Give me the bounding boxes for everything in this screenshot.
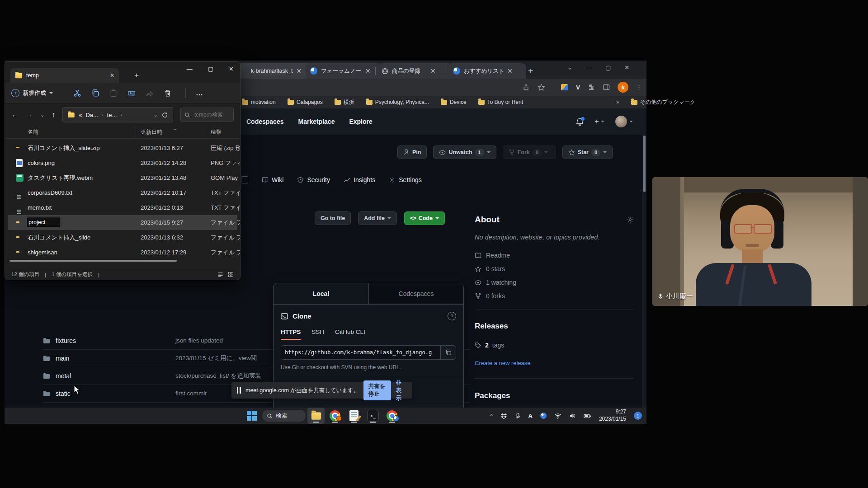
tab-security[interactable]: Security [297, 176, 330, 183]
file-row[interactable]: タスクリスト再現.webm2023/01/12 13:48GOM Play [8, 170, 237, 185]
close-icon[interactable]: ✕ [229, 66, 234, 72]
tab-close-icon[interactable]: ✕ [110, 72, 114, 79]
help-icon[interactable]: ? [448, 312, 456, 320]
breadcrumb-segment[interactable]: Da... [85, 112, 98, 118]
column-type[interactable]: 種類 [211, 128, 222, 136]
file-row[interactable]: corporasD609.txt2023/01/12 10:17TXT ファイル [8, 185, 237, 200]
bookmark-folder[interactable]: motivation [242, 99, 276, 105]
page-scrollbar[interactable] [642, 108, 646, 408]
clone-url-input[interactable] [281, 345, 441, 360]
share-icon[interactable] [522, 84, 530, 91]
bookmark-star-icon[interactable] [538, 84, 545, 91]
code-button[interactable]: <> Code [404, 211, 445, 225]
profile-avatar[interactable]: k [618, 82, 628, 93]
tab-search-icon[interactable]: ⌄ [567, 64, 572, 71]
up-icon[interactable]: ↑ [52, 111, 55, 119]
new-tab-button[interactable]: + [134, 71, 139, 80]
tray-chevron-icon[interactable]: ^ [490, 413, 492, 418]
taskbar-notepad[interactable] [345, 408, 363, 424]
column-name[interactable]: 名前 [28, 128, 38, 136]
bookmark-folder[interactable]: 横浜 [335, 99, 354, 106]
tab-wiki[interactable]: Wiki [262, 176, 283, 183]
breadcrumb-prefix[interactable]: « [79, 112, 82, 118]
tab-close-icon[interactable]: ✕ [296, 68, 302, 74]
bookmark-folder[interactable]: To Buy or Rent [478, 99, 523, 105]
clock[interactable]: 9:27 2023/01/15 [599, 408, 626, 422]
taskbar-search[interactable]: 検索 [262, 410, 306, 422]
browser-tab[interactable]: おすすめリスト パソ ✕ [448, 63, 526, 79]
wifi-icon[interactable] [554, 413, 561, 419]
bookmark-folder[interactable]: Galapagos [288, 99, 323, 105]
about-gear-icon[interactable] [627, 216, 634, 223]
nav-marketplace[interactable]: Marketplace [298, 118, 335, 125]
search-input[interactable] [193, 111, 230, 118]
file-row[interactable]: shigemisan2023/01/12 17:29ファイル フォ [8, 245, 237, 260]
speaker-icon[interactable] [569, 413, 576, 419]
minimize-icon[interactable]: — [586, 64, 592, 71]
clipped-nav-icon[interactable] [241, 176, 248, 183]
history-chevron-icon[interactable]: ⌄ [40, 112, 44, 118]
hide-button[interactable]: 非表示 [396, 379, 407, 402]
pin-button[interactable]: Pin [397, 145, 427, 159]
maximize-icon[interactable]: ▢ [605, 64, 611, 71]
minimize-icon[interactable]: — [187, 66, 193, 72]
taskbar-explorer[interactable] [307, 408, 325, 424]
nav-codespaces[interactable]: Codespaces [246, 118, 283, 125]
refresh-icon[interactable] [161, 112, 168, 118]
column-modified[interactable]: 更新日時 [141, 128, 162, 136]
file-row[interactable]: memo.txt2023/01/12 0:13TXT ファイル [8, 200, 237, 215]
horizontal-scrollbar[interactable] [9, 260, 177, 262]
rename-input[interactable] [27, 217, 61, 227]
close-icon[interactable]: ✕ [624, 64, 629, 71]
cut-icon[interactable] [73, 89, 81, 97]
tab-codespaces[interactable]: Codespaces [368, 283, 463, 304]
releases-title[interactable]: Releases [475, 322, 634, 331]
taskbar-terminal[interactable]: >_ [364, 408, 382, 424]
column-divider[interactable] [136, 127, 136, 136]
download-zip[interactable]: Download ZIP [274, 402, 463, 408]
dropbox-icon[interactable] [500, 413, 507, 419]
battery-pen-icon[interactable] [584, 413, 591, 419]
share-icon[interactable] [146, 89, 154, 97]
taskbar-chrome-profile2[interactable] [383, 408, 401, 424]
tab-settings[interactable]: Settings [389, 176, 422, 183]
extension-image-icon[interactable] [561, 84, 568, 90]
tab-close-icon[interactable]: ✕ [507, 68, 513, 74]
protocol-https[interactable]: HTTPS [281, 328, 301, 340]
new-tab-button[interactable]: + [528, 66, 533, 76]
copy-icon[interactable] [91, 89, 99, 97]
tab-close-icon[interactable]: ✕ [430, 68, 436, 74]
column-divider[interactable] [206, 127, 206, 136]
tab-local[interactable]: Local [274, 283, 368, 304]
chrome-menu-icon[interactable]: ⋮ [636, 84, 642, 91]
fork-button[interactable]: Fork 0 [503, 145, 556, 159]
file-row[interactable]: 石川コメント挿入_slide.zip2023/01/13 6:27圧縮 (zip… [8, 141, 237, 155]
stop-sharing-button[interactable]: 共有を停止 [363, 380, 391, 400]
extension-v-icon[interactable]: V [576, 84, 580, 91]
star-button[interactable]: Star 0 [562, 145, 613, 159]
browser-tab[interactable]: フォーラムノートパソ ✕ [306, 63, 382, 79]
explorer-tab[interactable]: temp ✕ [10, 68, 119, 83]
bookmarks-overflow-chevron[interactable]: » [616, 99, 619, 105]
back-icon[interactable]: ← [11, 111, 19, 119]
copy-button[interactable] [441, 345, 456, 360]
breadcrumb[interactable]: « Da... › te... › ⌄ [62, 107, 173, 122]
readme-link[interactable]: Readme [475, 252, 634, 259]
stars-link[interactable]: 0 stars [475, 265, 634, 272]
unwatch-button[interactable]: Unwatch 1 [433, 145, 496, 159]
notification-badge[interactable]: 1 [634, 412, 642, 420]
ime-indicator[interactable]: A [528, 413, 533, 419]
paste-icon[interactable] [109, 89, 118, 97]
create-new-button[interactable]: + [594, 117, 604, 126]
protocol-ssh[interactable]: SSH [311, 328, 324, 340]
breadcrumb-segment[interactable]: te... [107, 112, 117, 118]
extensions-puzzle-icon[interactable] [588, 84, 595, 91]
file-row[interactable]: 石川コメント挿入_slide2023/01/13 6:32ファイル フォ [8, 230, 237, 245]
forks-link[interactable]: 0 forks [475, 292, 634, 300]
bookmark-folder[interactable]: Device [441, 99, 467, 105]
bookmark-folder[interactable]: Psychology, Physica... [366, 99, 429, 105]
nav-explore[interactable]: Explore [349, 118, 372, 125]
delete-icon[interactable] [164, 89, 172, 97]
watching-link[interactable]: 1 watching [475, 279, 634, 286]
address-dropdown-icon[interactable]: ⌄ [154, 112, 158, 118]
